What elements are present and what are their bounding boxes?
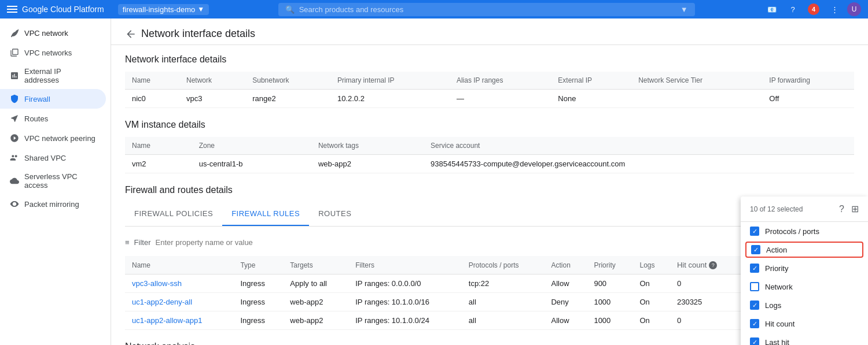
sidebar-item-label: External IP addresses: [24, 67, 97, 84]
cell-zone: us-central1-b: [192, 155, 311, 173]
checkbox-action[interactable]: ✓: [751, 245, 760, 254]
column-item-action[interactable]: ✓ Action: [745, 242, 863, 258]
project-name: firewall-insights-demo: [123, 5, 196, 14]
search-input[interactable]: [299, 5, 676, 14]
sidebar-item-firewall[interactable]: Firewall: [0, 89, 106, 109]
search-box[interactable]: 🔍 ▼: [278, 3, 695, 16]
tab-routes[interactable]: ROUTES: [309, 202, 361, 226]
col-subnetwork: Subnetwork: [245, 72, 330, 90]
column-item-last-hit[interactable]: ✓ Last hit: [741, 333, 868, 345]
notifications-button[interactable]: 📧: [764, 1, 780, 17]
vm-instance-table: Name Zone Network tags Service account v…: [125, 137, 854, 173]
alert-icon: 4: [808, 3, 819, 15]
serverless-vpc-icon: [9, 176, 20, 186]
cell-hit-count: 0: [670, 274, 740, 293]
cell-protocols: tcp:22: [462, 274, 545, 293]
sidebar-item-label: VPC networks: [24, 49, 72, 57]
shared-vpc-icon: [9, 153, 20, 163]
cell-logs: On: [632, 311, 670, 330]
column-item-priority[interactable]: ✓ Priority: [741, 259, 868, 277]
tab-firewall-policies[interactable]: FIREWALL POLICIES: [125, 202, 222, 226]
sidebar-section-header: VPC network: [0, 23, 111, 43]
sidebar-item-routes[interactable]: Routes: [0, 109, 106, 128]
vm-instance-section: VM instance details Name Zone Network ta…: [125, 120, 854, 173]
col-logs: Logs: [632, 256, 670, 274]
firewall-icon: [9, 94, 20, 104]
app-title: Google Cloud Platform: [22, 5, 104, 14]
more-icon: ⋮: [831, 5, 838, 14]
menu-icon[interactable]: [7, 6, 17, 13]
back-button[interactable]: [125, 28, 137, 40]
hit-count-help-icon[interactable]: ?: [709, 261, 717, 269]
routes-icon: [9, 113, 20, 124]
col-targets: Targets: [283, 256, 348, 274]
col-network-tags: Network tags: [311, 137, 424, 155]
cell-network: vpc3: [179, 90, 245, 108]
cell-action: Allow: [544, 311, 587, 330]
cell-name: uc1-app2-deny-all: [125, 293, 233, 311]
search-icon: 🔍: [285, 5, 295, 14]
cell-targets: Apply to all: [283, 274, 348, 293]
col-filters: Filters: [348, 256, 462, 274]
cell-name: nic0: [125, 90, 179, 108]
col-protocols-ports: Protocols / ports: [462, 256, 545, 274]
col-name: Name: [125, 137, 192, 155]
cell-hit-count: 230325: [670, 293, 740, 311]
sidebar-item-label: Firewall: [24, 95, 50, 103]
cell-type: Ingress: [233, 311, 283, 330]
col-zone: Zone: [192, 137, 311, 155]
external-ip-icon: [9, 71, 20, 81]
col-action: Action: [544, 256, 587, 274]
cell-name: uc1-app2-allow-app1: [125, 311, 233, 330]
checkbox-last-hit[interactable]: ✓: [750, 337, 759, 345]
sidebar-item-packet-mirroring[interactable]: Packet mirroring: [0, 194, 106, 214]
column-selector-icons: ? ⊞: [839, 203, 859, 214]
sidebar-item-serverless-vpc[interactable]: Serverless VPC access: [0, 168, 106, 194]
cell-service-tier: [631, 90, 762, 108]
sidebar-item-vpc-networks[interactable]: VPC networks: [0, 43, 106, 62]
cell-protocols: all: [462, 311, 545, 330]
checkbox-protocols[interactable]: ✓: [750, 227, 759, 236]
column-item-network[interactable]: Network: [741, 277, 868, 296]
project-selector[interactable]: firewall-insights-demo ▼: [118, 4, 209, 15]
help-button[interactable]: ?: [785, 1, 801, 17]
filter-icon: ≡: [125, 238, 130, 247]
sidebar-item-external-ip[interactable]: External IP addresses: [0, 62, 106, 89]
checkbox-hit-count[interactable]: ✓: [750, 319, 759, 328]
sidebar-item-vpc-peering[interactable]: VPC network peering: [0, 128, 106, 148]
cell-priority: 1000: [587, 311, 632, 330]
cell-external-ip: None: [551, 90, 631, 108]
layout: VPC network VPC networks External IP add…: [0, 18, 868, 345]
network-interface-table: Name Network Subnetwork Primary internal…: [125, 72, 854, 108]
col-type: Type: [233, 256, 283, 274]
cell-alias-ip: —: [450, 90, 551, 108]
col-priority: Priority: [587, 256, 632, 274]
col-ip-forwarding: IP forwarding: [762, 72, 854, 90]
sidebar-item-label: Shared VPC: [24, 154, 66, 162]
checkbox-network[interactable]: [750, 282, 759, 291]
column-help-icon[interactable]: ?: [839, 204, 844, 214]
column-grid-icon[interactable]: ⊞: [851, 203, 859, 214]
network-interface-title: Network interface details: [125, 54, 854, 65]
more-options-button[interactable]: ⋮: [826, 1, 843, 17]
cell-targets: web-app2: [283, 311, 348, 330]
cell-hit-count: 0: [670, 311, 740, 330]
cell-name: vm2: [125, 155, 192, 173]
avatar[interactable]: U: [847, 2, 861, 16]
sidebar-item-label: Serverless VPC access: [24, 172, 97, 190]
sidebar-item-shared-vpc[interactable]: Shared VPC: [0, 148, 106, 168]
checkbox-priority[interactable]: ✓: [750, 264, 759, 273]
cell-subnetwork: range2: [245, 90, 330, 108]
column-item-logs[interactable]: ✓ Logs: [741, 296, 868, 314]
cell-filters: IP ranges: 10.1.0.0/24: [348, 311, 462, 330]
sidebar: VPC network VPC networks External IP add…: [0, 18, 111, 345]
page-header: Network interface details: [111, 18, 868, 45]
checkbox-logs[interactable]: ✓: [750, 301, 759, 310]
column-selector-panel: 10 of 12 selected ? ⊞ ✓ Protocols / port…: [741, 196, 868, 345]
vpc-networks-icon: [9, 47, 20, 58]
column-item-protocols[interactable]: ✓ Protocols / ports: [741, 222, 868, 240]
column-item-hit-count[interactable]: ✓ Hit count: [741, 314, 868, 333]
tab-firewall-rules[interactable]: FIREWALL RULES: [222, 202, 309, 226]
bell-icon: 📧: [767, 5, 777, 14]
alerts-button[interactable]: 4: [806, 1, 822, 17]
